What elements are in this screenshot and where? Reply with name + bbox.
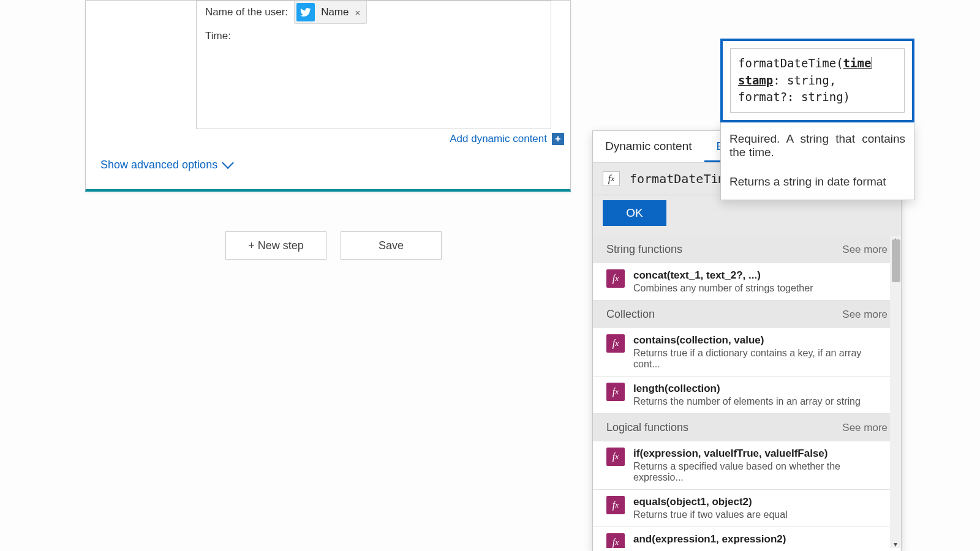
category-title: Logical functions xyxy=(606,421,688,434)
text-caret xyxy=(872,57,872,69)
category-header: Logical functionsSee more xyxy=(593,414,901,441)
fx-icon: fx xyxy=(606,496,625,514)
chevron-down-icon xyxy=(224,160,235,171)
action-card: Name of the user: Name × Time: Add dynam… xyxy=(85,0,571,192)
tooltip-required: Required. A string that contains the tim… xyxy=(729,132,905,159)
signature-tooltip: formatDateTime(timestamp: string, format… xyxy=(720,39,914,200)
tooltip-signature: formatDateTime(timestamp: string, format… xyxy=(730,48,905,113)
category-header: CollectionSee more xyxy=(593,301,901,328)
sig-prefix: formatDateTime( xyxy=(738,56,843,70)
chip-label: Name xyxy=(321,6,349,18)
function-description: Returns the number of elements in an arr… xyxy=(633,396,861,407)
tooltip-signature-box: formatDateTime(timestamp: string, format… xyxy=(720,39,914,122)
dynamic-content-chip[interactable]: Name × xyxy=(294,1,367,24)
ok-button[interactable]: OK xyxy=(603,200,666,226)
fx-icon: fx xyxy=(606,533,625,548)
category-title: String functions xyxy=(606,243,682,256)
field-name-row: Name of the user: Name × xyxy=(205,1,367,24)
plus-icon: + xyxy=(552,133,564,145)
function-description: Returns a specified value based on wheth… xyxy=(633,461,888,483)
tab-dynamic-content[interactable]: Dynamic content xyxy=(593,131,704,162)
tooltip-body: Required. A string that contains the tim… xyxy=(720,122,914,200)
function-description: Returns true if both parameters are true xyxy=(633,547,805,548)
fx-icon: fx xyxy=(606,334,625,353)
new-step-button[interactable]: + New step xyxy=(225,231,326,260)
see-more-link[interactable]: See more xyxy=(842,309,888,321)
function-description: Returns true if two values are equal xyxy=(633,509,788,520)
category-header: String functionsSee more xyxy=(593,236,901,263)
function-signature: contains(collection, value) xyxy=(633,334,888,347)
scroll-down-icon[interactable]: ▾ xyxy=(891,539,900,548)
chip-remove-icon[interactable]: × xyxy=(355,7,360,18)
add-dynamic-content-link[interactable]: Add dynamic content + xyxy=(450,133,564,145)
function-item[interactable]: fxcontains(collection, value)Returns tru… xyxy=(593,328,901,377)
function-signature: length(collection) xyxy=(633,383,861,395)
ok-row: OK xyxy=(593,195,901,236)
time-label: Time: xyxy=(205,30,231,42)
function-list-scroll[interactable]: String functionsSee morefxconcat(text_1,… xyxy=(593,236,901,548)
save-button[interactable]: Save xyxy=(341,231,442,260)
add-dynamic-label: Add dynamic content xyxy=(450,133,547,145)
function-item[interactable]: fxequals(object1, object2)Returns true i… xyxy=(593,490,901,527)
show-advanced-label: Show advanced options xyxy=(100,159,217,171)
fx-icon: fx xyxy=(606,448,625,466)
function-item[interactable]: fxif(expression, valueIfTrue, valueIfFal… xyxy=(593,441,901,490)
function-signature: if(expression, valueIfTrue, valueIfFalse… xyxy=(633,448,888,460)
function-item[interactable]: fxlength(collection)Returns the number o… xyxy=(593,377,901,414)
function-description: Returns true if a dictionary contains a … xyxy=(633,348,888,370)
scrollbar-thumb[interactable] xyxy=(892,239,900,282)
fx-icon: fx xyxy=(603,171,620,186)
tooltip-returns: Returns a string in date format xyxy=(729,175,905,189)
function-signature: and(expression1, expression2) xyxy=(633,533,805,545)
function-item[interactable]: fxand(expression1, expression2)Returns t… xyxy=(593,527,901,548)
see-more-link[interactable]: See more xyxy=(842,422,888,434)
function-item[interactable]: fxconcat(text_1, text_2?, ...)Combines a… xyxy=(593,263,901,301)
category-title: Collection xyxy=(606,308,655,321)
name-label: Name of the user: xyxy=(205,6,288,18)
field-time-row: Time: xyxy=(205,30,231,42)
function-description: Combines any number of strings together xyxy=(633,283,813,294)
scrollbar-track[interactable]: ▴ ▾ xyxy=(890,236,901,548)
twitter-icon xyxy=(296,3,315,21)
function-list: String functionsSee morefxconcat(text_1,… xyxy=(593,236,901,548)
function-signature: equals(object1, object2) xyxy=(633,496,788,508)
show-advanced-toggle[interactable]: Show advanced options xyxy=(100,159,235,171)
see-more-link[interactable]: See more xyxy=(842,244,888,256)
fx-icon: fx xyxy=(606,269,625,288)
fx-icon: fx xyxy=(606,383,625,401)
function-signature: concat(text_1, text_2?, ...) xyxy=(633,269,813,282)
